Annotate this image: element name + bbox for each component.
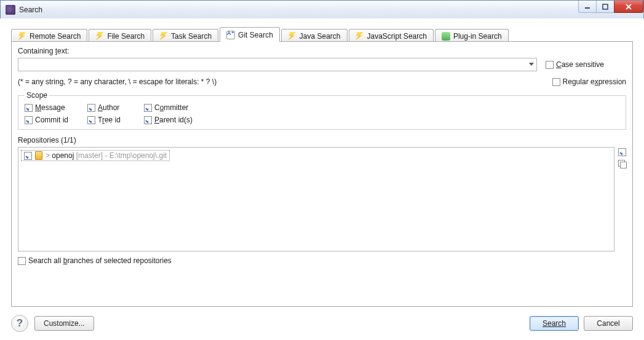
tab-java-search[interactable]: Java Search bbox=[281, 29, 348, 42]
repository-side-buttons bbox=[618, 147, 626, 251]
scope-parent-ids[interactable]: Parent id(s) bbox=[144, 116, 218, 124]
tab-label: Plug-in Search bbox=[453, 32, 502, 41]
app-icon bbox=[6, 5, 15, 15]
checkbox-icon bbox=[144, 104, 152, 112]
repositories-label: Repositories (1/1) bbox=[18, 136, 626, 144]
repository-icon bbox=[35, 151, 42, 160]
case-sensitive-checkbox[interactable]: Case sensitive bbox=[546, 60, 604, 69]
repository-text: > openoj [master] - E:\tmp\openoj\.git bbox=[46, 151, 167, 160]
chevron-down-icon[interactable] bbox=[527, 58, 536, 71]
pattern-hint: (* = any string, ? = any character, \ = … bbox=[18, 77, 217, 86]
titlebar: Search bbox=[1, 1, 643, 19]
window-controls bbox=[579, 1, 643, 13]
tab-label: Task Search bbox=[171, 32, 212, 41]
flashlight-icon bbox=[356, 32, 364, 41]
search-button[interactable]: Search bbox=[530, 316, 579, 331]
tab-label: JavaScript Search bbox=[367, 32, 427, 41]
tab-javascript-search[interactable]: JavaScript Search bbox=[349, 29, 434, 42]
select-all-checkbox[interactable] bbox=[618, 148, 626, 156]
tab-label: Git Search bbox=[238, 31, 273, 39]
checkbox-icon bbox=[87, 104, 95, 112]
plugin-icon bbox=[442, 32, 450, 41]
scope-committer[interactable]: Committer bbox=[144, 103, 218, 112]
tab-label: Java Search bbox=[300, 32, 341, 41]
tab-label: File Search bbox=[107, 32, 145, 41]
checkbox-icon bbox=[25, 116, 33, 124]
cancel-button[interactable]: Cancel bbox=[584, 316, 633, 331]
dialog-footer: ? Customize... Search Cancel bbox=[0, 307, 644, 340]
customize-button[interactable]: Customize... bbox=[34, 316, 94, 331]
minimize-button[interactable] bbox=[578, 1, 597, 13]
scope-author[interactable]: Author bbox=[87, 103, 137, 112]
checkbox-icon bbox=[546, 61, 554, 69]
flashlight-icon bbox=[18, 32, 26, 41]
containing-text-label: Containing text: bbox=[18, 47, 626, 55]
close-button[interactable] bbox=[614, 1, 643, 13]
flashlight-icon bbox=[159, 32, 168, 41]
tab-plugin-search[interactable]: Plug-in Search bbox=[435, 29, 509, 42]
regex-checkbox[interactable]: Regular expression bbox=[552, 77, 626, 86]
tab-file-search[interactable]: File Search bbox=[89, 29, 151, 42]
scope-commit-id[interactable]: Commit id bbox=[25, 116, 80, 124]
containing-text-combo[interactable] bbox=[18, 58, 537, 71]
checkbox-icon bbox=[552, 78, 560, 86]
checkbox-icon bbox=[18, 257, 26, 265]
containing-text-input[interactable] bbox=[18, 58, 527, 71]
flashlight-icon bbox=[288, 32, 296, 41]
repository-list[interactable]: > openoj [master] - E:\tmp\openoj\.git bbox=[18, 147, 614, 251]
tab-task-search[interactable]: Task Search bbox=[153, 29, 218, 42]
tab-label: Remote Search bbox=[30, 32, 81, 41]
scope-group: Scope Message Author Committer bbox=[18, 91, 626, 130]
help-button[interactable]: ? bbox=[11, 315, 28, 332]
svg-rect-1 bbox=[603, 4, 608, 9]
scope-legend: Scope bbox=[25, 91, 49, 100]
checkbox-icon bbox=[87, 116, 95, 124]
checkbox-icon[interactable] bbox=[24, 152, 32, 160]
flashlight-icon bbox=[95, 32, 104, 41]
scope-message[interactable]: Message bbox=[25, 103, 80, 112]
tabstrip: Remote Search File Search Task Search Gi… bbox=[11, 27, 633, 42]
maximize-button[interactable] bbox=[596, 1, 614, 13]
git-search-panel: Containing text: Case sensitive (* = any… bbox=[11, 41, 633, 307]
search-all-branches-checkbox[interactable]: Search all branches of selected reposito… bbox=[18, 256, 626, 265]
git-search-icon bbox=[226, 31, 235, 39]
tab-git-search[interactable]: Git Search bbox=[220, 27, 280, 42]
repository-item[interactable]: > openoj [master] - E:\tmp\openoj\.git bbox=[21, 150, 170, 161]
checkbox-icon bbox=[25, 104, 33, 112]
checkbox-icon bbox=[144, 116, 152, 124]
scope-tree-id[interactable]: Tree id bbox=[87, 116, 137, 124]
tab-remote-search[interactable]: Remote Search bbox=[11, 29, 87, 42]
window-title: Search bbox=[19, 6, 42, 14]
deselect-all-icon[interactable] bbox=[618, 160, 626, 168]
